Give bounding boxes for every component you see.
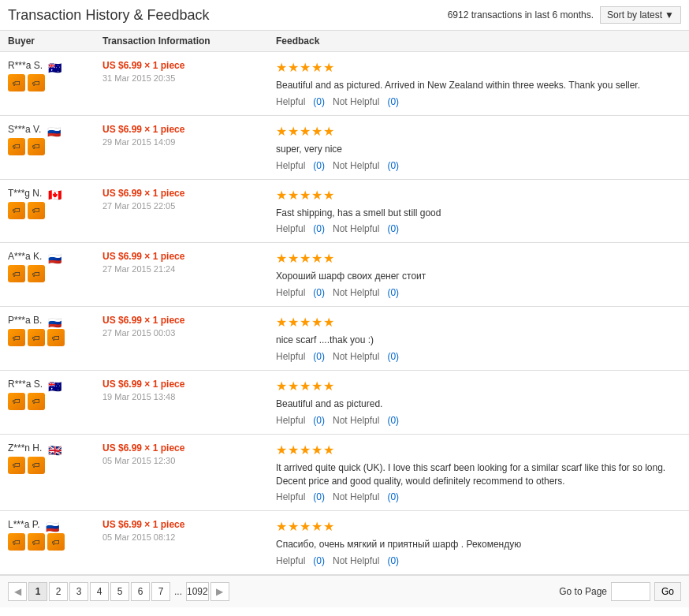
table-row: S***a V. 🇷🇺 🏷🏷 US $6.99 × 1 piece 29 Mar…	[0, 116, 689, 180]
page-button-7[interactable]: 7	[151, 582, 170, 601]
table-row: R***a S. 🇦🇺 🏷🏷 US $6.99 × 1 piece 31 Mar…	[0, 52, 689, 116]
star-rating: ★★★★★	[276, 124, 681, 139]
star-full: ★	[288, 124, 299, 139]
col-feedback: Feedback	[276, 35, 681, 47]
prev-page-button[interactable]: ◀	[8, 582, 27, 601]
star-full: ★	[300, 124, 311, 139]
helpful-button[interactable]: (0)	[313, 160, 325, 171]
goto-go-button[interactable]: Go	[654, 582, 681, 601]
buyer-badge: 🏷	[47, 329, 65, 346]
tx-price: US $6.99 × 1 piece	[102, 124, 276, 135]
tx-info: US $6.99 × 1 piece 27 Mar 2015 22:05	[102, 188, 276, 235]
next-page-button[interactable]: ▶	[210, 582, 229, 601]
star-full: ★	[311, 519, 322, 534]
helpful-row: Helpful (0) Not Helpful (0)	[276, 415, 681, 426]
buyer-flag: 🇬🇧	[48, 444, 62, 454]
table-row: L***a P. 🇷🇺 🏷🏷🏷 US $6.99 × 1 piece 05 Ma…	[0, 511, 689, 575]
feedback-text: Спасибо, очень мягкий и приятный шарф . …	[276, 538, 681, 551]
buyer-cell: P***a B. 🇷🇺 🏷🏷🏷	[8, 315, 102, 362]
header-right: 6912 transactions in last 6 months. Sort…	[448, 6, 681, 24]
helpful-row: Helpful (0) Not Helpful (0)	[276, 223, 681, 234]
star-rating: ★★★★★	[276, 188, 681, 203]
tx-price: US $6.99 × 1 piece	[102, 251, 276, 262]
not-helpful-label: Not Helpful	[333, 491, 379, 502]
buyer-badges: 🏷🏷	[8, 74, 102, 91]
buyer-badge: 🏷	[8, 457, 25, 474]
page-button-4[interactable]: 4	[90, 582, 109, 601]
not-helpful-button[interactable]: (0)	[387, 415, 399, 426]
not-helpful-button[interactable]: (0)	[387, 160, 399, 171]
page-title: Transaction History & Feedback	[8, 7, 209, 24]
table-row: T***g N. 🇨🇦 🏷🏷 US $6.99 × 1 piece 27 Mar…	[0, 180, 689, 244]
star-full: ★	[276, 124, 287, 139]
helpful-button[interactable]: (0)	[313, 96, 325, 107]
buyer-badge: 🏷	[28, 265, 45, 282]
feedback-cell: ★★★★★ It arrived quite quick (UK). I lov…	[276, 442, 681, 503]
buyer-flag: 🇷🇺	[47, 125, 61, 135]
helpful-label: Helpful	[276, 287, 305, 298]
page-button-1[interactable]: 1	[28, 582, 47, 601]
not-helpful-button[interactable]: (0)	[387, 555, 399, 566]
col-buyer: Buyer	[8, 35, 102, 47]
star-full: ★	[311, 124, 322, 139]
helpful-row: Helpful (0) Not Helpful (0)	[276, 351, 681, 362]
goto-input[interactable]	[611, 582, 650, 601]
not-helpful-label: Not Helpful	[333, 160, 379, 171]
star-full: ★	[288, 315, 299, 330]
sort-icon: ▼	[665, 9, 674, 21]
tx-price: US $6.99 × 1 piece	[102, 519, 276, 530]
feedback-text: Beautiful and as pictured. Arrived in Ne…	[276, 79, 681, 92]
star-half: ★	[323, 519, 334, 534]
helpful-button[interactable]: (0)	[313, 555, 325, 566]
star-full: ★	[311, 251, 322, 266]
feedback-text: Beautiful and as pictured.	[276, 398, 681, 411]
tx-date: 05 Mar 2015 12:30	[102, 456, 276, 465]
tx-price: US $6.99 × 1 piece	[102, 379, 276, 390]
table-row: P***a B. 🇷🇺 🏷🏷🏷 US $6.99 × 1 piece 27 Ma…	[0, 307, 689, 371]
feedback-text: super, very nice	[276, 143, 681, 156]
buyer-badge: 🏷	[28, 533, 45, 551]
buyer-badges: 🏷🏷	[8, 393, 102, 410]
page-button-2[interactable]: 2	[49, 582, 68, 601]
page-header: Transaction History & Feedback 6912 tran…	[0, 0, 689, 31]
page-button-3[interactable]: 3	[69, 582, 88, 601]
helpful-button[interactable]: (0)	[313, 223, 325, 234]
feedback-text: nice scarf ....thak you :)	[276, 334, 681, 347]
not-helpful-button[interactable]: (0)	[387, 96, 399, 107]
feedback-cell: ★★★★★ nice scarf ....thak you :) Helpful…	[276, 315, 681, 362]
sort-label: Sort by latest	[607, 9, 662, 21]
feedback-text: It arrived quite quick (UK). I love this…	[276, 461, 681, 488]
star-full: ★	[276, 442, 287, 457]
not-helpful-button[interactable]: (0)	[387, 287, 399, 298]
star-full: ★	[288, 251, 299, 266]
star-full: ★	[300, 188, 311, 203]
feedback-text: Fast shipping, has a smell but still goo…	[276, 207, 681, 220]
helpful-label: Helpful	[276, 223, 305, 234]
table-row: A***a K. 🇷🇺 🏷🏷 US $6.99 × 1 piece 27 Mar…	[0, 243, 689, 307]
star-half: ★	[323, 124, 334, 139]
star-full: ★	[276, 315, 287, 330]
page-button-5[interactable]: 5	[110, 582, 129, 601]
buyer-badge: 🏷	[8, 329, 25, 346]
buyer-name: Z***n H. 🇬🇧	[8, 442, 102, 454]
sort-button[interactable]: Sort by latest ▼	[600, 6, 681, 24]
helpful-button[interactable]: (0)	[313, 351, 325, 362]
page-button-6[interactable]: 6	[131, 582, 150, 601]
helpful-row: Helpful (0) Not Helpful (0)	[276, 491, 681, 502]
buyer-cell: R***a S. 🇦🇺 🏷🏷	[8, 379, 102, 426]
page-button-1092[interactable]: 1092	[186, 582, 209, 601]
helpful-button[interactable]: (0)	[313, 287, 325, 298]
helpful-button[interactable]: (0)	[313, 415, 325, 426]
buyer-badge: 🏷	[8, 533, 25, 551]
star-half: ★	[323, 442, 334, 457]
star-full: ★	[300, 251, 311, 266]
not-helpful-button[interactable]: (0)	[387, 491, 399, 502]
not-helpful-button[interactable]: (0)	[387, 223, 399, 234]
buyer-cell: A***a K. 🇷🇺 🏷🏷	[8, 251, 102, 298]
buyer-name: P***a B. 🇷🇺	[8, 315, 102, 326]
not-helpful-button[interactable]: (0)	[387, 351, 399, 362]
star-half: ★	[323, 251, 334, 266]
helpful-button[interactable]: (0)	[313, 491, 325, 502]
rows-container: R***a S. 🇦🇺 🏷🏷 US $6.99 × 1 piece 31 Mar…	[0, 52, 689, 575]
goto-page: Go to Page Go	[559, 582, 681, 601]
